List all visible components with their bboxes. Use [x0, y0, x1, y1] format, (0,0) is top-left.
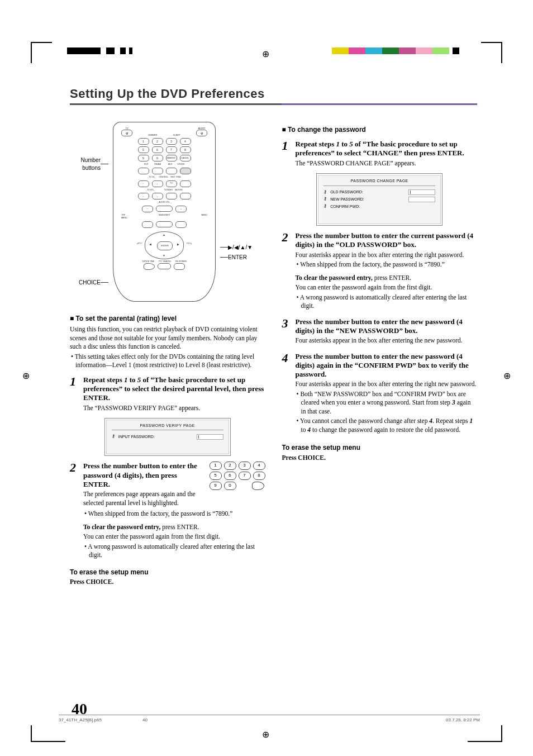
- title-underline: [70, 103, 477, 105]
- right-step3-note: Four asterisks appear in the box after e…: [296, 336, 478, 345]
- left-clear-bullet: A wrong password is automatically cleare…: [83, 543, 265, 560]
- step-number: 3: [282, 317, 291, 346]
- step-number: 2: [282, 231, 291, 312]
- left-clear-entry: To clear the password entry, press ENTER…: [83, 523, 265, 532]
- step-number: 1: [70, 375, 79, 413]
- callout-navpad: ▶/◀/▲/▼: [228, 244, 259, 251]
- remote-control-icon: TV⏻ DIMMER SLEEP AUDIO⏻ 1234 5678 90MEMO…: [113, 122, 216, 302]
- left-erase-body: Press CHOICE.: [70, 578, 265, 587]
- osd-input-box: [408, 197, 435, 202]
- right-clear-entry: To clear the password entry, press ENTER…: [296, 274, 478, 283]
- parental-intro: Using this function, you can restrict pl…: [70, 325, 265, 351]
- right-erase-heading: To erase the setup menu: [282, 443, 478, 452]
- key-icon: [112, 434, 115, 440]
- right-step4-note: Four asterisks appear in the box after e…: [296, 380, 478, 389]
- osd-input-box: [197, 434, 223, 440]
- osd-field-label: OLD PASSWORD:: [330, 189, 363, 194]
- remote-figure: Number buttons CHOICE TV⏻ DIMMER SLEEP: [70, 122, 265, 302]
- left-step2-note: The preferences page appears again and t…: [83, 490, 202, 507]
- key-icon: [323, 189, 327, 196]
- footer-filename: 37_41TH_A25[B].p65: [59, 717, 142, 722]
- osd-field-label: INPUT PASSWORD:: [118, 434, 155, 439]
- left-step2-bullet: When shipped from the factory, the passw…: [83, 510, 265, 519]
- right-step4-bullet2: You cannot cancel the password change af…: [296, 417, 478, 434]
- footer-datetime: 03.7.28, 8:22 PM: [446, 717, 480, 722]
- right-step2-note: Four asterisks appear in the box after e…: [296, 251, 478, 260]
- right-clear-bullet: A wrong password is automatically cleare…: [296, 293, 478, 311]
- right-erase-body: Press CHOICE.: [282, 454, 478, 463]
- number-keypad-icon: 1234 5678 90: [210, 462, 265, 492]
- step-number: 1: [282, 140, 291, 169]
- callout-choice: CHOICE: [70, 279, 101, 287]
- callout-number-buttons: Number buttons: [70, 156, 101, 172]
- registration-mark-icon: ⊕: [503, 372, 511, 381]
- callout-enter: ENTER: [228, 254, 259, 261]
- step-number: 2: [70, 462, 79, 508]
- key-icon: [323, 196, 327, 202]
- left-step2-lead: Press the number button to enter the pas…: [83, 462, 202, 489]
- print-footer: 37_41TH_A25[B].p65 40 03.7.28, 8:22 PM: [59, 715, 480, 722]
- section-change-heading: To change the password: [282, 125, 478, 134]
- osd-password-verify: PASSWORD VERIFY PAGE INPUT PASSWORD:: [104, 418, 231, 456]
- right-step4-bullet1: Both “NEW PASSWORD” box and “CONFIRM PWD…: [296, 390, 478, 416]
- osd-field-label: NEW PASSWORD:: [330, 197, 364, 202]
- crop-mark-icon: [468, 725, 502, 742]
- print-color-bar: [332, 47, 466, 54]
- left-erase-heading: To erase the setup menu: [70, 568, 265, 577]
- right-step1-note: The “PASSWORD CHANGE PAGE” appears.: [296, 159, 478, 168]
- parental-intro-bullet: This setting takes effect only for the D…: [70, 353, 265, 370]
- osd-field-label: CONFIRM PWD:: [330, 204, 360, 209]
- left-step1-note: The “PASSWORD VERIFY PAGE” appears.: [83, 404, 265, 413]
- right-step4-lead: Press the number button to enter the new…: [296, 352, 478, 379]
- right-step2-bullet: When shipped from the factory, the passw…: [296, 260, 478, 269]
- registration-mark-icon: ⊕: [262, 730, 269, 739]
- registration-mark-icon: ⊕: [262, 50, 269, 59]
- right-step3-lead: Press the number button to enter the new…: [296, 317, 478, 336]
- right-step1-lead: Repeat steps 1 to 5 of “The basic proced…: [296, 140, 478, 158]
- key-icon: [323, 203, 327, 210]
- print-color-bar: [67, 47, 145, 54]
- osd-title: PASSWORD CHANGE PAGE: [323, 178, 435, 186]
- right-clear-sub: You can enter the password again from th…: [296, 283, 478, 292]
- registration-mark-icon: ⊕: [22, 372, 30, 381]
- left-clear-sub: You can enter the password again from th…: [83, 532, 265, 541]
- footer-page: 40: [142, 717, 187, 722]
- step-number: 4: [282, 352, 291, 436]
- right-step2-lead: Press the number button to enter the cur…: [296, 231, 478, 250]
- crop-mark-icon: [31, 42, 52, 63]
- section-parental-heading: To set the parental (rating) level: [70, 314, 265, 323]
- crop-mark-icon: [31, 725, 65, 742]
- page-title: Setting Up the DVD Preferences: [70, 87, 477, 101]
- osd-password-change: PASSWORD CHANGE PAGE OLD PASSWORD: NEW P…: [316, 173, 442, 226]
- osd-input-box: [408, 189, 435, 195]
- crop-mark-icon: [481, 42, 502, 63]
- left-step1-lead: Repeat steps 1 to 5 of “The basic proced…: [83, 375, 265, 403]
- osd-title: PASSWORD VERIFY PAGE: [112, 423, 223, 430]
